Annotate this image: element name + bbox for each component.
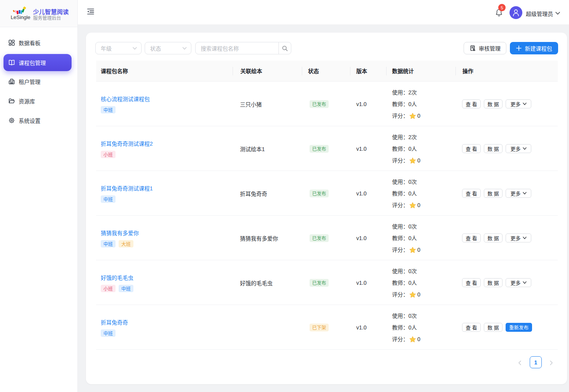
svg-text:LeSingle: LeSingle <box>11 14 31 20</box>
